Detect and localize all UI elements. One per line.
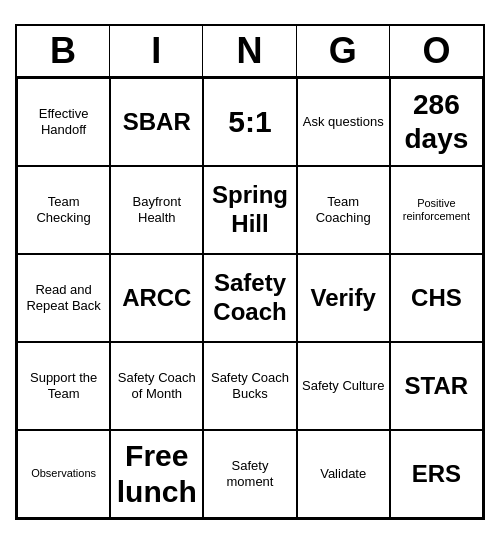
bingo-cell: Verify [297, 254, 390, 342]
bingo-cell: Safety Coach of Month [110, 342, 203, 430]
bingo-cell: Effective Handoff [17, 78, 110, 166]
bingo-cell: Team Coaching [297, 166, 390, 254]
bingo-cell: ARCC [110, 254, 203, 342]
bingo-cell: Free lunch [110, 430, 203, 518]
bingo-cell: Ask questions [297, 78, 390, 166]
bingo-cell: ERS [390, 430, 483, 518]
bingo-cell: Team Checking [17, 166, 110, 254]
bingo-grid: Effective HandoffSBAR5:1Ask questions286… [17, 78, 483, 518]
bingo-card: BINGO Effective HandoffSBAR5:1Ask questi… [15, 24, 485, 520]
bingo-cell: Bayfront Health [110, 166, 203, 254]
bingo-cell: Observations [17, 430, 110, 518]
bingo-cell: Support the Team [17, 342, 110, 430]
header-letter: N [203, 26, 296, 76]
header-letter: O [390, 26, 483, 76]
header-letter: I [110, 26, 203, 76]
bingo-cell: 286 days [390, 78, 483, 166]
bingo-cell: Validate [297, 430, 390, 518]
bingo-cell: 5:1 [203, 78, 296, 166]
bingo-cell: SBAR [110, 78, 203, 166]
header-letter: B [17, 26, 110, 76]
bingo-cell: Safety Coach Bucks [203, 342, 296, 430]
bingo-cell: Spring Hill [203, 166, 296, 254]
bingo-cell: Read and Repeat Back [17, 254, 110, 342]
bingo-header: BINGO [17, 26, 483, 78]
bingo-cell: CHS [390, 254, 483, 342]
bingo-cell: Positive reinforcement [390, 166, 483, 254]
header-letter: G [297, 26, 390, 76]
bingo-cell: Safety Coach [203, 254, 296, 342]
bingo-cell: Safety Culture [297, 342, 390, 430]
bingo-cell: STAR [390, 342, 483, 430]
bingo-cell: Safety moment [203, 430, 296, 518]
